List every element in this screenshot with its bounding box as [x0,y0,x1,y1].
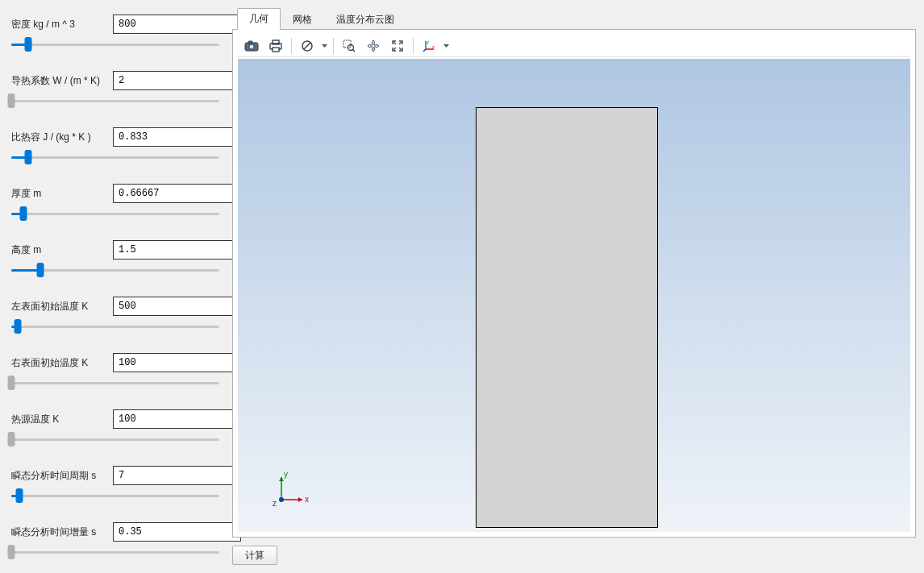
field-input[interactable] [113,15,241,34]
field-label: 左表面初始温度 K [11,300,110,313]
field-slider[interactable] [11,264,219,276]
field-top: 右表面初始温度 K [11,353,219,372]
field-top: 密度 kg / m ^ 3 [11,15,219,34]
zoom-box-icon[interactable] [339,36,360,56]
field-slider[interactable] [11,490,219,501]
svg-line-18 [423,49,426,52]
field-row: 右表面初始温度 K [11,353,219,388]
pan-icon[interactable] [363,36,384,56]
field-label: 高度 m [11,243,110,257]
svg-text:z: z [273,499,277,508]
print-icon[interactable] [265,36,286,56]
svg-line-14 [393,48,396,50]
field-slider[interactable] [11,152,219,163]
axes-icon[interactable]: xy [418,36,439,56]
field-label: 厚度 m [11,187,110,201]
svg-text:y: y [427,39,429,44]
field-row: 比热容 J / (kg * K ) [11,127,219,163]
field-top: 比热容 J / (kg * K ) [11,127,219,147]
geometry-viewport[interactable]: x y z [238,59,910,532]
field-label: 瞬态分析时间周期 s [11,469,110,483]
svg-point-28 [279,497,284,502]
field-row: 高度 m [11,240,219,276]
svg-marker-8 [322,44,327,48]
field-top: 导热系数 W / (m * K) [11,71,219,90]
geometry-rectangle[interactable] [476,107,658,528]
svg-text:x: x [432,44,435,49]
toolbar-separator [413,38,414,54]
field-top: 左表面初始温度 K [11,297,219,316]
svg-line-13 [399,42,402,44]
field-row: 左表面初始温度 K [11,297,219,332]
svg-text:y: y [284,470,288,479]
parameter-panel: 密度 kg / m ^ 3导热系数 W / (m * K)比热容 J / (kg… [11,8,219,565]
field-slider[interactable] [11,39,219,50]
field-slider[interactable] [11,546,219,558]
field-top: 热源温度 K [11,409,219,429]
field-row: 导热系数 W / (m * K) [11,71,219,106]
svg-line-12 [393,42,396,44]
field-top: 高度 m [11,240,219,260]
camera-icon[interactable] [241,36,262,56]
tab-bar: 几何网格温度分布云图 [232,8,916,29]
field-label: 比热容 J / (kg * K ) [11,131,110,144]
field-slider[interactable] [11,208,219,219]
field-row: 热源温度 K [11,409,219,445]
field-label: 热源温度 K [11,413,110,426]
svg-line-7 [304,43,310,49]
axis-gizmo[interactable]: x y z [270,469,310,509]
field-row: 瞬态分析时间周期 s [11,466,219,501]
field-row: 瞬态分析时间增量 s [11,522,219,558]
app-root: 密度 kg / m ^ 3导热系数 W / (m * K)比热容 J / (kg… [0,0,924,573]
compute-row: 计算 [232,546,916,565]
field-top: 厚度 m [11,184,219,203]
field-top: 瞬态分析时间增量 s [11,522,219,542]
svg-line-15 [399,48,402,50]
field-input[interactable] [113,184,241,203]
compute-button[interactable]: 计算 [232,546,277,565]
tab[interactable]: 几何 [237,8,281,30]
viewport-toolbar: xy [238,35,910,57]
field-input[interactable] [113,71,241,90]
svg-rect-5 [273,48,279,52]
field-row: 密度 kg / m ^ 3 [11,15,219,50]
field-label: 导热系数 W / (m * K) [11,74,110,88]
svg-point-2 [249,44,254,48]
tab-content: xy x y z [232,29,916,538]
field-input[interactable] [113,240,241,260]
field-slider[interactable] [11,95,219,106]
svg-line-11 [353,49,356,52]
field-input[interactable] [113,522,241,542]
svg-rect-9 [343,40,351,48]
field-slider[interactable] [11,434,219,445]
field-input[interactable] [113,353,241,372]
tab[interactable]: 温度分布云图 [324,9,406,30]
dropdown-caret-icon[interactable] [443,36,450,56]
toolbar-separator [333,38,334,54]
field-input[interactable] [113,466,241,485]
dropdown-caret-icon[interactable] [321,36,328,56]
right-panel: 几何网格温度分布云图 xy x y z [232,8,916,565]
field-slider[interactable] [11,321,219,332]
field-slider[interactable] [11,377,219,388]
zoom-extents-icon[interactable] [387,36,408,56]
toolbar-separator [291,38,292,54]
svg-text:x: x [305,495,309,504]
svg-marker-21 [443,44,449,48]
svg-rect-1 [248,41,252,44]
field-label: 瞬态分析时间增量 s [11,525,110,539]
field-row: 厚度 m [11,184,219,219]
field-top: 瞬态分析时间周期 s [11,466,219,485]
no-symbol-icon[interactable] [297,36,318,56]
tab[interactable]: 网格 [281,9,324,30]
field-label: 右表面初始温度 K [11,356,110,370]
field-input[interactable] [113,409,241,429]
field-input[interactable] [113,297,241,316]
field-label: 密度 kg / m ^ 3 [11,18,110,31]
field-input[interactable] [113,127,241,147]
svg-marker-23 [298,497,302,502]
